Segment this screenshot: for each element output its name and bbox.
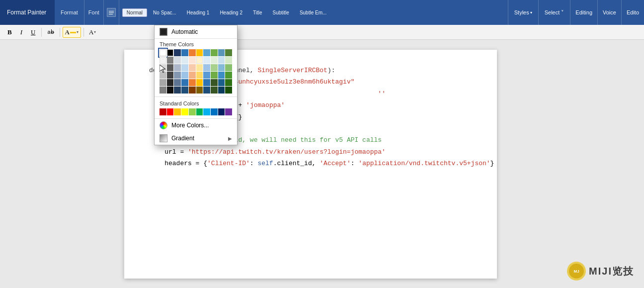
more-colors-icon xyxy=(160,121,167,129)
theme-swatch[interactable] xyxy=(181,72,188,79)
theme-swatch[interactable] xyxy=(196,72,203,79)
select-button[interactable]: Select ˅ xyxy=(539,0,571,25)
color-picker-dropdown: Automatic Theme Colors xyxy=(154,25,238,145)
theme-swatch[interactable] xyxy=(196,57,203,64)
style-subtitle[interactable]: Subtitle xyxy=(268,8,294,17)
theme-swatch[interactable] xyxy=(218,64,225,71)
theme-swatch[interactable] xyxy=(181,64,188,71)
theme-swatch[interactable] xyxy=(218,79,225,86)
std-swatch[interactable] xyxy=(160,108,166,115)
std-swatch[interactable] xyxy=(203,108,210,115)
std-swatch[interactable] xyxy=(189,108,196,115)
theme-swatch[interactable] xyxy=(160,64,166,71)
styles-group: Styles ▾ xyxy=(508,0,539,25)
theme-swatch[interactable] xyxy=(225,87,232,94)
gradient-item[interactable]: Gradient ▶ xyxy=(155,132,237,145)
theme-swatch[interactable] xyxy=(218,57,225,64)
style-nospace[interactable]: No Spac... xyxy=(149,8,181,17)
theme-swatch[interactable] xyxy=(203,87,210,94)
bold-btn[interactable]: B xyxy=(4,27,15,38)
theme-swatch[interactable] xyxy=(174,72,181,79)
std-swatch[interactable] xyxy=(167,108,174,115)
italic-btn[interactable]: I xyxy=(17,27,26,38)
strikethrough-btn[interactable]: ab̶ xyxy=(44,27,57,37)
font-color-dropdown[interactable]: A ▾ xyxy=(63,27,81,38)
std-swatch[interactable] xyxy=(174,108,181,115)
theme-swatch[interactable] xyxy=(225,79,232,86)
voice-section: Voice xyxy=(598,0,622,25)
theme-swatch[interactable] xyxy=(225,57,232,64)
theme-swatch[interactable] xyxy=(174,57,181,64)
standard-colors-label: Standard Colors xyxy=(155,98,237,107)
theme-swatch[interactable] xyxy=(196,49,203,56)
theme-swatch[interactable] xyxy=(189,64,196,71)
theme-swatch[interactable] xyxy=(160,79,166,86)
ribbon-right: Styles ▾ Select ˅ Editing Voice Edito xyxy=(508,0,644,25)
theme-swatch[interactable] xyxy=(218,87,225,94)
theme-swatch[interactable] xyxy=(203,72,210,79)
theme-swatch[interactable] xyxy=(211,49,218,56)
theme-swatch[interactable] xyxy=(196,64,203,71)
theme-swatch[interactable] xyxy=(167,57,174,64)
theme-swatch[interactable] xyxy=(181,79,188,86)
theme-swatch[interactable] xyxy=(160,87,166,94)
code-line-8: url = 'https://api.twitch.tv/kraken/user… xyxy=(149,146,472,158)
style-normal[interactable]: Normal xyxy=(122,8,147,17)
theme-swatch[interactable] xyxy=(167,72,174,79)
theme-swatch[interactable] xyxy=(211,72,218,79)
theme-swatch[interactable] xyxy=(189,57,196,64)
theme-swatch[interactable] xyxy=(203,57,210,64)
theme-swatch[interactable] xyxy=(189,72,196,79)
format-section: Format xyxy=(55,0,84,25)
theme-swatch[interactable] xyxy=(211,87,218,94)
theme-swatch[interactable] xyxy=(211,64,218,71)
theme-swatch[interactable] xyxy=(189,79,196,86)
theme-swatch[interactable] xyxy=(167,64,174,71)
standard-color-grid xyxy=(155,107,237,118)
theme-swatch[interactable] xyxy=(181,57,188,64)
document-area: def __init__(self, channel, SingleServer… xyxy=(0,40,644,288)
theme-swatch[interactable] xyxy=(203,49,210,56)
text-highlight-btn[interactable]: A ▾ xyxy=(86,27,98,38)
theme-swatch[interactable] xyxy=(167,49,174,56)
std-swatch[interactable] xyxy=(181,108,188,115)
std-swatch[interactable] xyxy=(225,108,232,115)
theme-swatch[interactable] xyxy=(174,87,181,94)
theme-swatch[interactable] xyxy=(203,79,210,86)
theme-swatch[interactable] xyxy=(160,49,166,56)
theme-swatch[interactable] xyxy=(189,49,196,56)
style-heading2[interactable]: Heading 2 xyxy=(215,8,247,17)
theme-swatch[interactable] xyxy=(225,49,232,56)
theme-swatch[interactable] xyxy=(225,72,232,79)
underline-btn[interactable]: U xyxy=(27,27,39,38)
theme-swatch[interactable] xyxy=(174,49,181,56)
style-subtleem[interactable]: Subtle Em... xyxy=(295,8,331,17)
more-colors-item[interactable]: More Colors... xyxy=(155,119,237,132)
theme-swatch[interactable] xyxy=(189,87,196,94)
style-heading1[interactable]: Heading 1 xyxy=(182,8,214,17)
gradient-label: Gradient xyxy=(171,135,194,142)
style-title[interactable]: Title xyxy=(248,8,267,17)
theme-swatch[interactable] xyxy=(174,64,181,71)
theme-swatch[interactable] xyxy=(160,57,166,64)
theme-swatch[interactable] xyxy=(211,79,218,86)
theme-color-grid xyxy=(155,48,237,96)
theme-swatch[interactable] xyxy=(225,64,232,71)
theme-swatch[interactable] xyxy=(160,72,166,79)
theme-swatch[interactable] xyxy=(174,79,181,86)
std-swatch[interactable] xyxy=(218,108,225,115)
automatic-color-item[interactable]: Automatic xyxy=(155,25,237,39)
theme-swatch[interactable] xyxy=(196,87,203,94)
theme-swatch[interactable] xyxy=(167,87,174,94)
std-swatch[interactable] xyxy=(196,108,203,115)
theme-swatch[interactable] xyxy=(181,49,188,56)
theme-swatch[interactable] xyxy=(218,49,225,56)
theme-swatch[interactable] xyxy=(218,72,225,79)
theme-swatch[interactable] xyxy=(211,57,218,64)
editing-label: Editing xyxy=(570,0,598,25)
std-swatch[interactable] xyxy=(211,108,218,115)
theme-swatch[interactable] xyxy=(196,79,203,86)
theme-swatch[interactable] xyxy=(181,87,188,94)
theme-swatch[interactable] xyxy=(167,79,174,86)
theme-swatch[interactable] xyxy=(203,64,210,71)
